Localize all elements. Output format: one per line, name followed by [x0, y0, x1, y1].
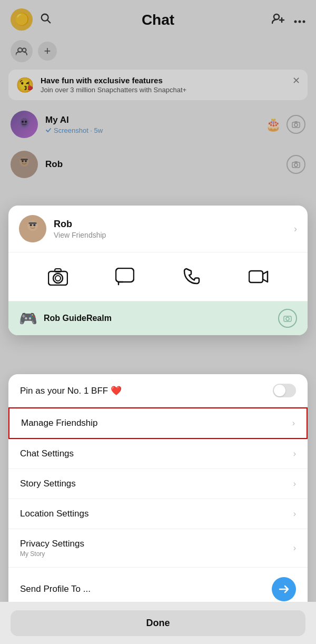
manage-friendship-label: Manage Friendship: [21, 418, 98, 428]
pin-bff-label: Pin as your No. 1 BFF ❤️: [20, 385, 122, 396]
card-actions: [8, 252, 308, 301]
card-chevron-icon: ›: [294, 223, 297, 235]
send-profile-right: [272, 577, 296, 601]
svg-rect-31: [28, 222, 37, 224]
story-settings-label: Story Settings: [20, 479, 76, 489]
menu-item-privacy-settings[interactable]: Privacy Settings My Story ›: [8, 529, 308, 568]
pin-bff-right: [273, 384, 296, 397]
toggle-knob: [274, 385, 285, 396]
svg-point-26: [27, 220, 38, 231]
location-settings-chevron-icon: ›: [293, 509, 296, 519]
privacy-settings-sub: My Story: [20, 550, 84, 558]
done-bar: Done: [0, 602, 316, 644]
card-header[interactable]: Rob View Friendship ›: [8, 206, 308, 252]
snap-camera-icon[interactable]: [44, 263, 72, 290]
svg-rect-37: [249, 271, 263, 282]
card-name: Rob: [54, 219, 287, 230]
chat-settings-label: Chat Settings: [20, 448, 74, 459]
svg-point-33: [53, 274, 63, 283]
manage-friendship-right: ›: [292, 418, 295, 428]
svg-rect-35: [55, 269, 61, 272]
menu-item-location-settings[interactable]: Location Settings ›: [8, 499, 308, 529]
guide-avatar: 🎮: [19, 310, 37, 327]
card-avatar: [19, 215, 46, 242]
menu-item-manage-friendship[interactable]: Manage Friendship ›: [8, 407, 308, 439]
chat-settings-right: ›: [293, 449, 296, 458]
chat-screen: 🟡 Chat: [0, 0, 316, 644]
send-profile-label: Send Profile To ...: [20, 584, 91, 594]
menu-item-chat-settings[interactable]: Chat Settings ›: [8, 439, 308, 469]
video-call-icon[interactable]: [245, 263, 272, 290]
location-settings-label: Location Settings: [20, 509, 88, 519]
privacy-settings-block: Privacy Settings My Story: [20, 539, 84, 558]
card-name-block: Rob View Friendship: [54, 219, 287, 239]
menu-item-pin-bff[interactable]: Pin as your No. 1 BFF ❤️: [8, 374, 308, 407]
chat-settings-chevron-icon: ›: [293, 449, 296, 458]
pin-bff-toggle[interactable]: [273, 384, 296, 397]
story-settings-chevron-icon: ›: [293, 479, 296, 489]
menu-item-story-settings[interactable]: Story Settings ›: [8, 469, 308, 499]
guide-name: Rob GuideRealm: [44, 314, 112, 323]
card-sub: View Friendship: [54, 231, 287, 239]
svg-point-39: [286, 317, 289, 320]
manage-friendship-chevron-icon: ›: [292, 418, 295, 428]
guide-row[interactable]: 🎮 Rob GuideRealm: [8, 301, 308, 335]
privacy-settings-right: ›: [293, 543, 296, 553]
location-settings-right: ›: [293, 509, 296, 519]
privacy-settings-chevron-icon: ›: [293, 543, 296, 553]
message-icon[interactable]: [111, 263, 139, 290]
privacy-settings-label: Privacy Settings: [20, 539, 84, 549]
send-profile-button[interactable]: [272, 577, 296, 601]
phone-icon[interactable]: [178, 263, 205, 290]
svg-point-34: [55, 276, 61, 281]
guide-camera-icon[interactable]: [278, 309, 297, 328]
settings-menu: Pin as your No. 1 BFF ❤️ Manage Friendsh…: [8, 374, 308, 611]
svg-rect-36: [116, 268, 134, 282]
story-settings-right: ›: [293, 479, 296, 489]
context-card: Rob View Friendship ›: [8, 206, 308, 335]
done-button[interactable]: Done: [11, 610, 305, 636]
